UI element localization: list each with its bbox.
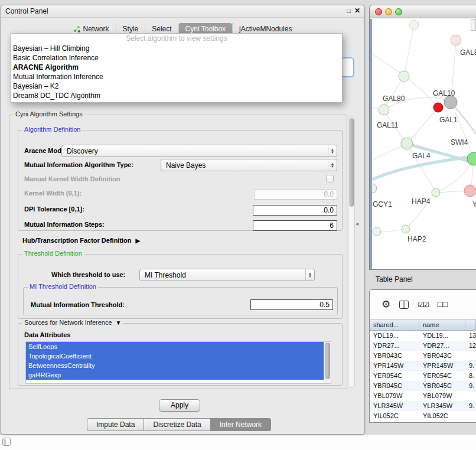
- hub-definition-toggle[interactable]: Hub/Transcription Factor Definition ▶: [22, 237, 140, 244]
- tab-impute-data[interactable]: Impute Data: [87, 418, 144, 431]
- network-node-selected[interactable]: [433, 103, 443, 112]
- table-row[interactable]: YER054C YER054C 8.: [370, 371, 476, 381]
- network-node[interactable]: [464, 185, 476, 197]
- network-canvas[interactable]: GAL8 GAL80 GAL10 GAL11 GAL1 SWI4 GAL4 GC…: [370, 19, 476, 269]
- aracne-mode-combo[interactable]: Discovery ▲▼: [61, 145, 337, 157]
- splitter-arrow-icon[interactable]: ◂: [356, 220, 358, 227]
- combo-value: Discovery: [62, 147, 328, 155]
- network-node[interactable]: [467, 152, 476, 165]
- dropdown-item[interactable]: Basic Correlation Inference: [11, 53, 342, 63]
- network-scrollbar-cap[interactable]: [471, 19, 476, 31]
- table-row[interactable]: YLR345W YLR345W 9.: [370, 401, 476, 411]
- list-item-selected[interactable]: gal4RGexp: [26, 370, 324, 380]
- tab-label: Style: [123, 25, 139, 33]
- table-row[interactable]: YIL052C YIL052C: [370, 411, 476, 421]
- cell: 9.: [465, 381, 476, 391]
- cell: YER054C: [419, 371, 465, 381]
- minimize-traffic-light[interactable]: [385, 8, 392, 15]
- network-node[interactable]: [379, 105, 389, 115]
- columns-icon[interactable]: [399, 301, 409, 309]
- window-title: Control Panel: [5, 7, 48, 15]
- network-node[interactable]: [432, 188, 440, 197]
- mi-threshold-input[interactable]: [250, 299, 333, 310]
- mi-type-combo[interactable]: Naive Bayes ▲▼: [161, 159, 337, 171]
- float-window-icon[interactable]: □: [347, 7, 351, 14]
- kernel-width-input[interactable]: [254, 189, 337, 200]
- cell: YBR043C: [370, 351, 419, 361]
- collapse-down-icon: ▼: [116, 319, 122, 326]
- list-item-selected[interactable]: BetweennessCentrality: [26, 361, 324, 370]
- dropdown-item-selected[interactable]: ARACNE Algorithm: [11, 63, 342, 72]
- table-row[interactable]: YDL19... YDL19... 13: [370, 331, 476, 341]
- node-label: GAL11: [377, 121, 399, 129]
- combo-value: MI Threshold: [140, 271, 305, 279]
- cell: YDR27...: [370, 341, 419, 351]
- table-row[interactable]: YBL079W YBL079W: [370, 391, 476, 401]
- table-row[interactable]: YBR043C YBR043C: [370, 351, 476, 361]
- table-row[interactable]: YPR145W YPR145W 9.: [370, 361, 476, 371]
- dropdown-item[interactable]: Mutual Information Inference: [11, 72, 342, 81]
- which-threshold-combo[interactable]: MI Threshold ▲▼: [139, 269, 315, 281]
- network-window-titlebar: [370, 5, 476, 18]
- list-scrollbar-thumb[interactable]: [325, 343, 330, 379]
- table-row[interactable]: YDR27... YDR27... 12: [370, 341, 476, 351]
- mi-steps-input[interactable]: [253, 220, 337, 231]
- table-row[interactable]: YBR045C YBR045C 9.: [370, 381, 476, 391]
- dropdown-item[interactable]: Bayesian – Hill Climbing: [11, 44, 342, 53]
- sources-toggle[interactable]: Sources for Network Inference ▼: [22, 319, 123, 326]
- settings-scrollbar[interactable]: [348, 116, 355, 388]
- apply-button[interactable]: Apply: [159, 399, 200, 412]
- network-node[interactable]: [444, 96, 457, 109]
- dropdown-item[interactable]: Bayesian – K2: [11, 81, 342, 91]
- select-all-rows-icon[interactable]: ☑☑: [418, 301, 428, 309]
- column-header[interactable]: name: [419, 319, 465, 330]
- manual-kernel-label: Manual Kernel Width Definition: [24, 175, 120, 182]
- network-node[interactable]: [399, 71, 409, 81]
- network-node[interactable]: [401, 138, 413, 149]
- settings-scrollbar-thumb[interactable]: [349, 118, 354, 207]
- network-node[interactable]: [402, 225, 410, 233]
- combo-stepper-icon: ▲▼: [328, 145, 337, 156]
- close-icon[interactable]: ✕: [354, 6, 360, 15]
- node-label: HAP4: [412, 197, 431, 206]
- threshold-definition-group: Threshold Definition Which threshold to …: [18, 254, 343, 319]
- manual-kernel-checkbox[interactable]: [326, 175, 334, 182]
- deselect-all-rows-icon[interactable]: ☐☐: [437, 301, 448, 309]
- network-node[interactable]: [451, 35, 461, 45]
- list-item-selected[interactable]: TopologicalCoefficient: [26, 351, 324, 361]
- cell: YBR045C: [370, 381, 419, 391]
- dpi-tolerance-input[interactable]: [253, 205, 337, 216]
- cell: YLR345W: [370, 401, 419, 411]
- network-node[interactable]: [373, 227, 381, 236]
- network-node[interactable]: [372, 184, 377, 193]
- network-node[interactable]: [409, 20, 419, 30]
- tab-infer-network[interactable]: Infer Network: [211, 418, 271, 431]
- column-header[interactable]: [465, 319, 476, 330]
- close-traffic-light[interactable]: [375, 8, 382, 15]
- dropdown-item[interactable]: Dream8 DC_TDC Algorithm: [11, 91, 342, 100]
- table-body: YDL19... YDL19... 13 YDR27... YDR27... 1…: [370, 331, 476, 421]
- zoom-traffic-light[interactable]: [395, 8, 402, 15]
- cell: 8.: [465, 371, 476, 381]
- tab-discretize-data[interactable]: Discretize Data: [144, 418, 210, 431]
- list-scrollbar[interactable]: [324, 342, 331, 383]
- node-label: GCY1: [373, 200, 392, 208]
- network-graph: GAL8 GAL80 GAL10 GAL11 GAL1 SWI4 GAL4 GC…: [372, 19, 476, 270]
- cyni-bottom-tabs: Impute Data Discretize Data Infer Networ…: [87, 418, 271, 431]
- list-item-selected[interactable]: SelfLoops: [26, 342, 324, 351]
- bottom-background-band: [0, 435, 476, 450]
- cell: YPR145W: [370, 361, 419, 371]
- algorithm-combo-focus-fragment[interactable]: [341, 57, 354, 77]
- cell: [465, 391, 476, 401]
- cell: [465, 411, 476, 421]
- combo-stepper-icon: ▲▼: [328, 159, 337, 171]
- column-header[interactable]: shared...: [370, 319, 419, 330]
- table-header-row: shared... name: [370, 319, 476, 331]
- cell: YBL079W: [370, 391, 419, 401]
- dropdown-placeholder: Select algorithm to view settings: [11, 34, 342, 44]
- panel-restore-icon[interactable]: [2, 438, 11, 446]
- gear-icon[interactable]: ⚙: [382, 298, 390, 311]
- node-label: GAL80: [383, 94, 405, 103]
- cell: YER054C: [370, 371, 419, 381]
- cell: YPR145W: [419, 361, 465, 371]
